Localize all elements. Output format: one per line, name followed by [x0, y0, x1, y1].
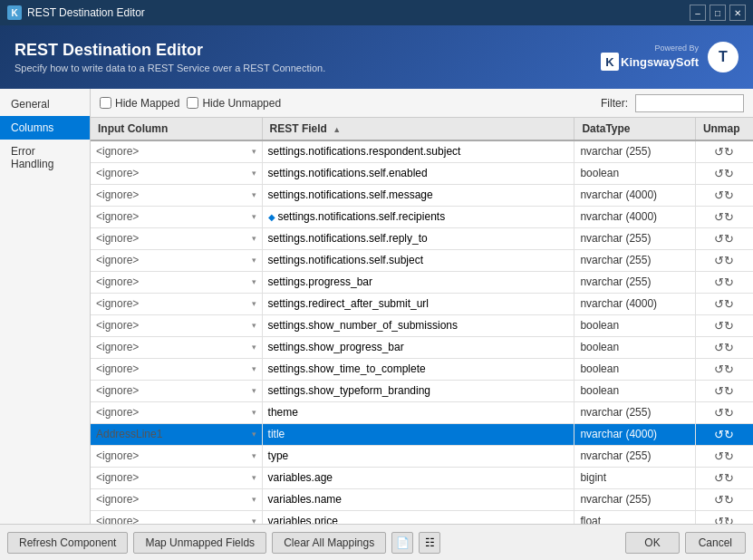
table-row[interactable]: <ignore>▾settings.notifications.responde…	[91, 140, 753, 162]
input-col-text: AddressLine1	[96, 428, 250, 440]
unmap-button[interactable]: ↺↻	[714, 471, 734, 485]
unmap-button[interactable]: ↺↻	[714, 341, 734, 354]
unmap-button[interactable]: ↺↻	[714, 406, 734, 420]
dropdown-arrow-icon[interactable]: ▾	[252, 299, 256, 308]
minimize-button[interactable]: –	[690, 5, 706, 21]
dropdown-arrow-icon[interactable]: ▾	[252, 212, 256, 221]
dropdown-arrow-icon[interactable]: ▾	[252, 147, 256, 156]
table-row[interactable]: <ignore>▾settings.notifications.self.sub…	[91, 249, 753, 271]
unmap-button[interactable]: ↺↻	[714, 232, 734, 246]
dropdown-arrow-icon[interactable]: ▾	[252, 321, 256, 330]
unmap-button[interactable]: ↺↻	[714, 319, 734, 333]
rest-field-cell: settings.show_time_to_complete	[262, 358, 574, 380]
sidebar-item-error-handling[interactable]: Error Handling	[0, 140, 90, 176]
ok-button[interactable]: OK	[625, 532, 679, 554]
col-header-input: Input Column	[91, 118, 262, 140]
table-row[interactable]: <ignore>▾settings.notifications.self.mes…	[91, 184, 753, 206]
unmap-button[interactable]: ↺↻	[714, 449, 734, 463]
unmap-button[interactable]: ↺↻	[714, 145, 734, 159]
hide-mapped-input[interactable]	[100, 97, 111, 109]
rest-field-cell: settings.show_number_of_submissions	[262, 314, 574, 336]
rest-field-cell: settings.redirect_after_submit_url	[262, 293, 574, 314]
table-row[interactable]: <ignore>▾settings.show_typeform_branding…	[91, 380, 753, 401]
ks-logo: Powered By K KingswaySoft	[601, 43, 699, 71]
unmap-button[interactable]: ↺↻	[714, 297, 734, 311]
rest-field-cell: settings.progress_bar	[262, 271, 574, 293]
table-row[interactable]: <ignore>▾typenvarchar (255)↺↻	[91, 445, 753, 467]
table-row[interactable]: <ignore>▾settings.notifications.self.ena…	[91, 162, 753, 184]
unmap-button[interactable]: ↺↻	[714, 362, 734, 376]
dropdown-arrow-icon[interactable]: ▾	[252, 234, 256, 243]
hide-unmapped-input[interactable]	[187, 97, 198, 109]
table-row[interactable]: <ignore>▾settings.redirect_after_submit_…	[91, 293, 753, 314]
icon-btn-1[interactable]: 📄	[391, 532, 413, 554]
dropdown-arrow-icon[interactable]: ▾	[252, 190, 256, 199]
datatype-cell: nvarchar (4000)	[574, 293, 695, 314]
unmap-button[interactable]: ↺↻	[714, 428, 734, 441]
dropdown-arrow-icon[interactable]: ▾	[252, 430, 256, 439]
table-row[interactable]: <ignore>▾settings.show_number_of_submiss…	[91, 314, 753, 336]
rest-field-cell: settings.notifications.self.subject	[262, 249, 574, 271]
dropdown-arrow-icon[interactable]: ▾	[252, 473, 256, 482]
table-row[interactable]: <ignore>▾settings.show_time_to_completeb…	[91, 358, 753, 380]
unmap-button[interactable]: ↺↻	[714, 515, 734, 525]
table-row[interactable]: <ignore>▾settings.show_progress_barboole…	[91, 336, 753, 358]
dropdown-arrow-icon[interactable]: ▾	[252, 517, 256, 524]
rest-field-cell: settings.notifications.respondent.subjec…	[262, 140, 574, 162]
rest-field-cell: settings.notifications.self.enabled	[262, 162, 574, 184]
unmap-button[interactable]: ↺↻	[714, 188, 734, 202]
main-content: General Columns Error Handling Hide Mapp…	[0, 89, 753, 524]
table-row[interactable]: <ignore>▾themenvarchar (255)↺↻	[91, 401, 753, 423]
input-col-text: <ignore>	[96, 297, 250, 310]
sidebar-item-general[interactable]: General	[0, 92, 90, 116]
table-container[interactable]: Input Column REST Field ▲ DataType Unmap	[91, 118, 753, 524]
map-unmapped-button[interactable]: Map Unmapped Fields	[133, 532, 266, 554]
dropdown-arrow-icon[interactable]: ▾	[252, 451, 256, 460]
datatype-cell: boolean	[574, 314, 695, 336]
input-col-text: <ignore>	[96, 275, 250, 288]
dropdown-arrow-icon[interactable]: ▾	[252, 343, 256, 352]
rest-field-cell: settings.show_typeform_branding	[262, 380, 574, 401]
unmap-button[interactable]: ↺↻	[714, 275, 734, 289]
input-col-text: <ignore>	[96, 210, 250, 223]
input-col-text: <ignore>	[96, 449, 250, 462]
datatype-cell: nvarchar (4000)	[574, 423, 695, 445]
hide-mapped-checkbox[interactable]: Hide Mapped	[100, 97, 179, 110]
dropdown-arrow-icon[interactable]: ▾	[252, 256, 256, 265]
unmap-button[interactable]: ↺↻	[714, 493, 734, 507]
clear-all-button[interactable]: Clear All Mappings	[272, 532, 386, 554]
dropdown-arrow-icon[interactable]: ▾	[252, 495, 256, 504]
table-row[interactable]: <ignore>▾settings.progress_barnvarchar (…	[91, 271, 753, 293]
hide-unmapped-checkbox[interactable]: Hide Unmapped	[187, 97, 281, 110]
sidebar-item-columns[interactable]: Columns	[0, 116, 90, 140]
dropdown-arrow-icon[interactable]: ▾	[252, 364, 256, 373]
rest-field-cell: ◆ settings.notifications.self.recipients	[262, 206, 574, 227]
table-row[interactable]: <ignore>▾◆ settings.notifications.self.r…	[91, 206, 753, 227]
table-row[interactable]: <ignore>▾settings.notifications.self.rep…	[91, 227, 753, 249]
datatype-cell: boolean	[574, 162, 695, 184]
unmap-button[interactable]: ↺↻	[714, 167, 734, 180]
filter-input[interactable]	[635, 94, 744, 112]
datatype-cell: nvarchar (255)	[574, 227, 695, 249]
dropdown-arrow-icon[interactable]: ▾	[252, 277, 256, 286]
icon-btn-2[interactable]: ☷	[419, 532, 440, 554]
close-button[interactable]: ✕	[729, 5, 746, 21]
page-title: REST Destination Editor	[14, 41, 325, 60]
table-row[interactable]: <ignore>▾variables.pricefloat↺↻	[91, 510, 753, 524]
table-row[interactable]: <ignore>▾variables.agebigint↺↻	[91, 467, 753, 488]
table-row[interactable]: <ignore>▾variables.namenvarchar (255)↺↻	[91, 488, 753, 510]
datatype-cell: nvarchar (255)	[574, 401, 695, 423]
unmap-button[interactable]: ↺↻	[714, 384, 734, 398]
unmap-button[interactable]: ↺↻	[714, 254, 734, 267]
cancel-button[interactable]: Cancel	[685, 532, 746, 554]
header: REST Destination Editor Specify how to w…	[0, 25, 753, 89]
dropdown-arrow-icon[interactable]: ▾	[252, 386, 256, 395]
table-row[interactable]: AddressLine1▾titlenvarchar (4000)↺↻	[91, 423, 753, 445]
dropdown-arrow-icon[interactable]: ▾	[252, 408, 256, 417]
refresh-component-button[interactable]: Refresh Component	[7, 532, 128, 554]
maximize-button[interactable]: □	[710, 5, 726, 21]
dropdown-arrow-icon[interactable]: ▾	[252, 169, 256, 178]
unmap-button[interactable]: ↺↻	[714, 210, 734, 224]
datatype-cell: nvarchar (255)	[574, 488, 695, 510]
col-header-rest[interactable]: REST Field ▲	[262, 118, 574, 140]
